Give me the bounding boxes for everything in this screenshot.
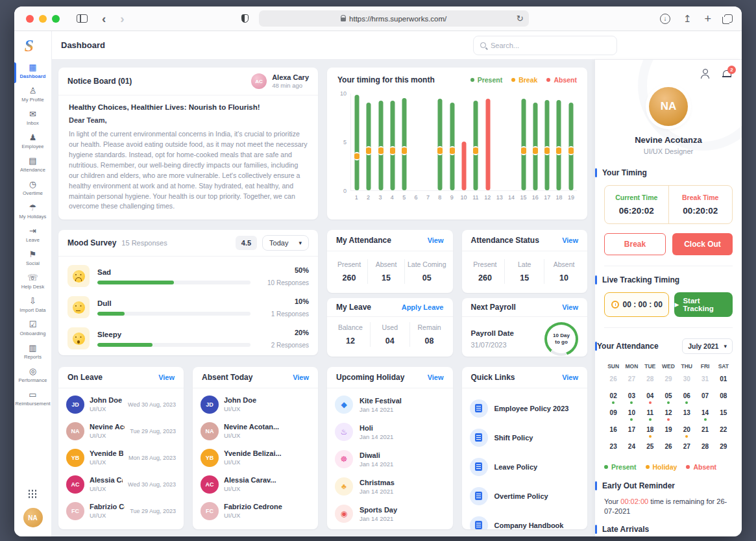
minimize-window-button[interactable] [39, 15, 47, 23]
reload-icon[interactable]: ↻ [517, 14, 524, 23]
calendar-dot [649, 452, 652, 455]
sidebar-item-my-holidays[interactable]: ☂My Holidays [14, 200, 51, 223]
quick-link-shift-policy[interactable]: Shift Policy [470, 423, 580, 452]
tab-overview-icon[interactable] [724, 14, 733, 23]
sidebar-item-my-profile[interactable]: ♙My Profile [14, 83, 51, 107]
window-controls[interactable] [26, 15, 60, 23]
sidebar-avatar[interactable]: NA [23, 508, 43, 527]
upcoming-holiday-title: Upcoming Holiday [336, 373, 404, 382]
mood-progress-fill [97, 312, 125, 316]
start-tracking-button[interactable]: ▶ Start Tracking [674, 292, 733, 317]
mood-info: Sleepy [97, 331, 250, 347]
sidebar-item-inbox[interactable]: ✉Inbox [14, 107, 51, 130]
search-input[interactable] [491, 42, 610, 49]
back-button[interactable]: ‹ [102, 12, 106, 25]
quick-link-overtime-policy[interactable]: Overtime Policy [470, 481, 580, 510]
close-window-button[interactable] [26, 15, 34, 23]
profile-avatar[interactable]: NA [649, 87, 688, 126]
app-header: Dashboard [52, 31, 742, 60]
calendar-dot [649, 401, 652, 404]
my-leave-stats: Balance12Used04Remain08 [327, 317, 453, 355]
maximize-window-button[interactable] [52, 15, 60, 23]
notifications-bell-icon[interactable]: 2 [723, 69, 731, 77]
holiday-name: Christmas [360, 479, 395, 486]
address-bar[interactable]: https://hrms.superworks.com/ ↻ [259, 10, 529, 27]
avatar: FC [201, 502, 219, 520]
calendar-dot [685, 452, 688, 455]
leave-date: Mon 28 Aug, 2023 [128, 455, 176, 461]
person-info: Fabrizio CedroneUI/UX [90, 503, 125, 519]
quick-link-leave-policy[interactable]: Leave Policy [470, 452, 580, 481]
privacy-shield-icon[interactable] [241, 14, 249, 23]
calendar-day-header: MON [622, 360, 640, 372]
quick-link-employee-policy-2023[interactable]: Employee Policy 2023 [470, 394, 580, 423]
holiday-name: Sports Day [360, 506, 397, 514]
sidebar-item-social[interactable]: ⚑Social [14, 247, 51, 270]
sidebar-item-employee[interactable]: ♟Employee [14, 130, 51, 153]
upcoming-holiday-view-link[interactable]: View [428, 373, 444, 381]
absent-today-view-link[interactable]: View [293, 373, 309, 381]
quick-link-company-handbook[interactable]: Company Handbook [470, 510, 580, 529]
stat-present: Present260 [331, 259, 367, 284]
superworks-logo[interactable]: S [25, 36, 42, 56]
mood-responses: 2 Responses [258, 342, 309, 349]
forward-button[interactable]: › [120, 12, 124, 25]
calendar-date: 13 [677, 406, 696, 423]
quick-link-label: Overtime Policy [494, 492, 548, 500]
document-icon [470, 399, 488, 418]
calendar-date: 14 [696, 406, 714, 423]
apply-leave-link[interactable]: Apply Leave [402, 303, 444, 311]
calendar-dot [612, 418, 615, 421]
person-name: Nevine Acotan... [224, 423, 310, 431]
x-axis-label: 18 [553, 194, 565, 201]
add-user-icon[interactable] [701, 69, 711, 78]
sidebar-item-reports[interactable]: ▥Reports [14, 340, 51, 364]
attendance-status-view-link[interactable]: View [562, 236, 578, 244]
next-payroll-view-link[interactable]: View [562, 303, 578, 311]
notification-badge: 2 [727, 66, 736, 74]
sidebar-item-overtime[interactable]: ◷Overtime [14, 177, 51, 200]
calendar-date: 16 [604, 423, 622, 440]
global-search[interactable] [473, 36, 617, 55]
share-icon[interactable]: ↥ [683, 14, 692, 23]
page-title: Dashboard [61, 40, 105, 50]
apps-grid-icon[interactable] [29, 490, 38, 499]
new-tab-icon[interactable]: + [704, 13, 711, 25]
sidebar-toggle-icon[interactable] [77, 14, 88, 23]
month-select[interactable]: July 2021 ▾ [682, 338, 733, 354]
sidebar-item-dashboard[interactable]: ▦Dashboard [14, 60, 51, 83]
holiday-item-holi: ♨HoliJan 14 2021 [335, 418, 445, 446]
sidebar-item-help-desk[interactable]: ☏Help Desk [14, 270, 51, 294]
quick-links-view-link[interactable]: View [562, 373, 578, 381]
sidebar-item-performance[interactable]: ◎Performance [14, 364, 51, 387]
calendar-dot [649, 384, 652, 387]
mood-period-select[interactable]: Today ▾ [262, 235, 309, 251]
quick-link-label: Leave Policy [494, 463, 538, 471]
break-button[interactable]: Break [604, 233, 666, 255]
x-axis-label: 1 [350, 194, 362, 201]
sidebar-item-attendance[interactable]: ▤Attendance [14, 153, 51, 177]
quick-link-label: Employee Policy 2023 [494, 405, 569, 412]
downloads-icon[interactable]: ↓ [660, 14, 670, 24]
sidebar-item-leave[interactable]: ⇥Leave [14, 223, 51, 247]
on-leave-view-link[interactable]: View [158, 373, 175, 381]
section-accent [595, 481, 597, 490]
mood-rows: Sad50%10 ResponsesDull10%1 ResponsesSlee… [58, 257, 318, 355]
calendar-date: 25 [641, 440, 659, 457]
legend-dot [646, 465, 650, 469]
sidebar-item-reimbursement[interactable]: ▭Reimbursement [14, 387, 51, 410]
chevron-down-icon: ▾ [299, 240, 302, 246]
person-role: UI/UX [224, 512, 310, 519]
stat-remain: Remain08 [409, 322, 449, 347]
my-attendance-view-link[interactable]: View [428, 236, 444, 244]
clock-out-button[interactable]: Clock Out [672, 233, 733, 255]
browser-toolbar: ‹ › https://hrms.superworks.com/ ↻ ↓ ↥ + [14, 6, 742, 31]
stat-late-coming: Late Coming05 [404, 259, 449, 284]
stat-absent: Absent10 [544, 259, 583, 284]
stat-absent: Absent15 [367, 259, 404, 284]
chevron-down-icon: ▾ [724, 343, 727, 349]
sidebar-item-import-data[interactable]: ⇩Import Data [14, 294, 51, 317]
legend-item-absent: Absent [686, 463, 716, 471]
break-bar [521, 146, 526, 156]
sidebar-item-onboarding[interactable]: ☑Onboarding [14, 317, 51, 340]
